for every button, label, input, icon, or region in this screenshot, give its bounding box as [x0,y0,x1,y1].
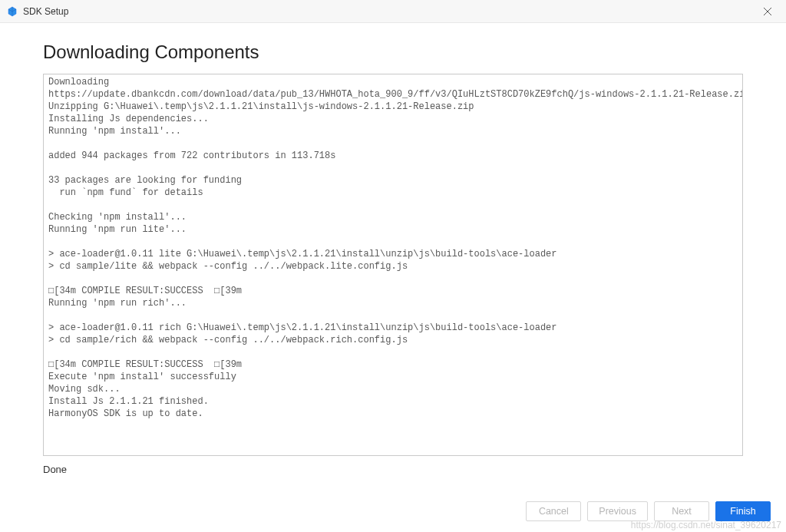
app-icon [6,5,18,18]
previous-button: Previous [587,501,648,521]
button-row: Cancel Previous Next Finish [526,501,771,521]
cancel-button: Cancel [526,501,581,521]
log-output[interactable]: Downloading https://update.dbankcdn.com/… [43,74,743,456]
status-text: Done [0,464,786,475]
close-icon[interactable] [755,1,780,22]
page-title: Downloading Components [43,41,743,63]
finish-button[interactable]: Finish [715,501,771,521]
watermark: https://blog.csdn.net/sinat_39620217 [631,520,781,530]
titlebar: SDK Setup [0,0,786,23]
window-title: SDK Setup [23,6,755,17]
next-button: Next [654,501,709,521]
content-area: Downloading Components Downloading https… [0,23,786,456]
